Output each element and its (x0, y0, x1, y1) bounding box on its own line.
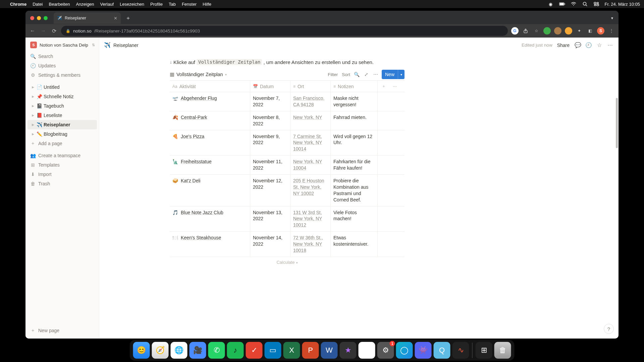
cell-date[interactable]: November 9, 2022 (250, 130, 290, 156)
dock-todoist[interactable]: ✓ (246, 342, 263, 359)
menu-tab[interactable]: Tab (169, 2, 176, 7)
dock-word[interactable]: W (321, 342, 338, 359)
sidebar-settings[interactable]: ⚙Settings & members (25, 70, 99, 80)
cell-date[interactable]: November 7, 2022 (250, 92, 290, 111)
disclosure-triangle-icon[interactable]: ▶ (31, 114, 35, 117)
extension-1-icon[interactable] (543, 27, 551, 35)
disclosure-triangle-icon[interactable]: ▶ (31, 123, 35, 126)
cell-notes[interactable]: Fahrkarten für die Fähre kaufen! (331, 156, 378, 174)
sidebar-trash[interactable]: 🗑Trash (25, 179, 99, 188)
extension-2-icon[interactable] (554, 27, 561, 35)
cell-activity[interactable]: 🍽️Keen's Steakhouse (170, 232, 250, 257)
dock-discord[interactable]: 👾 (415, 342, 432, 359)
dock-zoom[interactable]: 🎥 (190, 342, 206, 359)
comments-icon[interactable]: 💬 (574, 42, 582, 48)
nav-reload-button[interactable]: ⟳ (50, 27, 58, 35)
view-switcher[interactable]: ▦ Vollständiger Zeitplan ▾ (170, 72, 227, 77)
menu-fenster[interactable]: Fenster (182, 2, 197, 7)
window-close-icon[interactable] (30, 16, 34, 20)
cell-activity[interactable]: 🗽Freiheitsstatue (170, 156, 250, 174)
dock-chrome[interactable]: 🌐 (171, 342, 187, 359)
cell-activity[interactable]: 🍕Joe's Pizza (170, 130, 250, 156)
cell-notes[interactable]: Fahrrad mieten. (331, 111, 378, 130)
sidebar-import[interactable]: ⬇Import (25, 170, 99, 179)
extension-3-icon[interactable] (565, 27, 572, 35)
cell-date[interactable]: November 8, 2022 (250, 111, 290, 130)
sidebar-templates[interactable]: ⊞Templates (25, 160, 99, 170)
cell-notes[interactable]: Viele Fotos machen! (331, 206, 378, 232)
sidebar-new-page[interactable]: ＋New page (25, 326, 99, 335)
sidebar-page-reiseplaner[interactable]: ▶✈️Reiseplaner (28, 120, 97, 129)
dock-trash[interactable]: 🗑 (494, 342, 511, 359)
sidebar-page-leseliste[interactable]: ▶📕Leseliste (28, 111, 97, 120)
cell-date[interactable]: November 12, 2022 (250, 175, 290, 206)
battery-icon[interactable] (559, 1, 565, 7)
table-row[interactable]: 🗽FreiheitsstatueNovember 11, 2022New Yor… (170, 156, 405, 175)
table-row[interactable]: 🍕Joe's PizzaNovember 9, 20227 Carmine St… (170, 130, 405, 156)
breadcrumb[interactable]: ✈️ Reiseplaner (104, 42, 139, 48)
menu-datei[interactable]: Datei (33, 2, 43, 7)
cell-location[interactable]: New York, NY (290, 111, 331, 130)
dock-siri[interactable]: ◯ (396, 342, 413, 359)
cell-date[interactable]: November 11, 2022 (250, 156, 290, 174)
dock-excel[interactable]: X (283, 342, 300, 359)
cell-activity[interactable]: 🎵Blue Note Jazz Club (170, 206, 250, 232)
cell-notes[interactable]: Wird voll gegen 12 Uhr. (331, 130, 378, 156)
col-notes[interactable]: ≡Notizen (331, 81, 378, 92)
menubar-app-name[interactable]: Chrome (10, 2, 26, 7)
browser-tab[interactable]: ✈️ Reiseplaner ✕ (54, 12, 121, 24)
window-minimize-icon[interactable] (37, 16, 41, 20)
cell-date[interactable]: November 13, 2022 (250, 206, 290, 232)
add-column-button[interactable]: ＋ (378, 81, 390, 92)
address-bar[interactable]: 🔒 notion.so/Reiseplaner-173af05041b24251… (61, 26, 508, 36)
dock-safari[interactable]: 🧭 (152, 342, 169, 359)
menu-lesezeichen[interactable]: Lesezeichen (120, 2, 144, 7)
table-row[interactable]: 🥪Kat'z DeliNovember 12, 2022205 E Housto… (170, 175, 405, 206)
ext-google-icon[interactable]: G (511, 27, 519, 35)
table-row[interactable]: 🎵Blue Note Jazz ClubNovember 13, 2022131… (170, 206, 405, 232)
share-button[interactable]: Share (556, 43, 571, 48)
updates-clock-icon[interactable]: 🕘 (585, 42, 592, 48)
dock-spotify[interactable]: ♪ (227, 342, 244, 359)
help-button[interactable]: ? (604, 324, 614, 334)
spotlight-search-icon[interactable] (582, 1, 588, 7)
extensions-puzzle-icon[interactable]: ✦ (576, 27, 583, 35)
dock-quicktime[interactable]: Q (434, 342, 450, 359)
dock-launchpad[interactable]: ⊞ (476, 342, 492, 359)
cell-activity[interactable]: 🍂Central-Park (170, 111, 250, 130)
sidebar-add-page[interactable]: ＋Add a page (25, 139, 99, 148)
new-button-dropdown[interactable]: ▾ (398, 70, 405, 79)
search-db-icon[interactable]: 🔍 (354, 72, 360, 77)
dock-drive[interactable]: △ (359, 342, 375, 359)
cell-location[interactable]: 7 Carmine St, New York, NY 10014 (290, 130, 331, 156)
col-activity[interactable]: AaAktivität (170, 81, 250, 92)
bookmark-star-icon[interactable]: ☆ (533, 27, 540, 35)
menubar-clock[interactable]: Fr. 24. März 10:05 (605, 2, 640, 7)
cell-notes[interactable]: Maske nicht vergessen! (331, 92, 378, 111)
scrollbar-thumb[interactable] (616, 98, 618, 148)
calculate-row[interactable]: Calculate▾ (170, 257, 405, 267)
new-row-button[interactable]: New ▾ (382, 70, 405, 79)
share-icon[interactable] (522, 27, 529, 35)
col-location[interactable]: ≡Ort (290, 81, 331, 92)
profile-avatar[interactable]: S (597, 27, 604, 35)
filter-button[interactable]: Filter (327, 71, 338, 78)
new-tab-button[interactable]: ＋ (123, 13, 133, 23)
menu-profile[interactable]: Profile (150, 2, 163, 7)
dock-whatsapp[interactable]: ✆ (208, 342, 225, 359)
tab-close-icon[interactable]: ✕ (114, 16, 117, 21)
workspace-switcher[interactable]: S Notion von Sascha Delp ⇅ (25, 38, 99, 52)
column-options-button[interactable]: ⋯ (390, 81, 400, 92)
screen-record-icon[interactable]: ◉ (548, 1, 554, 7)
cell-location[interactable]: San Francisco, CA 94128 (290, 92, 331, 111)
chrome-menu-icon[interactable]: ⋮ (608, 27, 615, 35)
tabs-dropdown-icon[interactable]: ▾ (609, 14, 615, 22)
menu-hilfe[interactable]: Hilfe (203, 2, 211, 7)
dock-imovie[interactable]: ★ (340, 342, 357, 359)
window-zoom-icon[interactable] (44, 16, 48, 20)
cell-location[interactable]: New York, NY 10004 (290, 156, 331, 174)
dock-settings[interactable]: ⚙1 (377, 342, 394, 359)
cell-date[interactable]: November 14, 2022 (250, 232, 290, 257)
more-icon[interactable]: ⋯ (606, 42, 614, 48)
sidepanel-icon[interactable]: ◧ (586, 27, 594, 35)
